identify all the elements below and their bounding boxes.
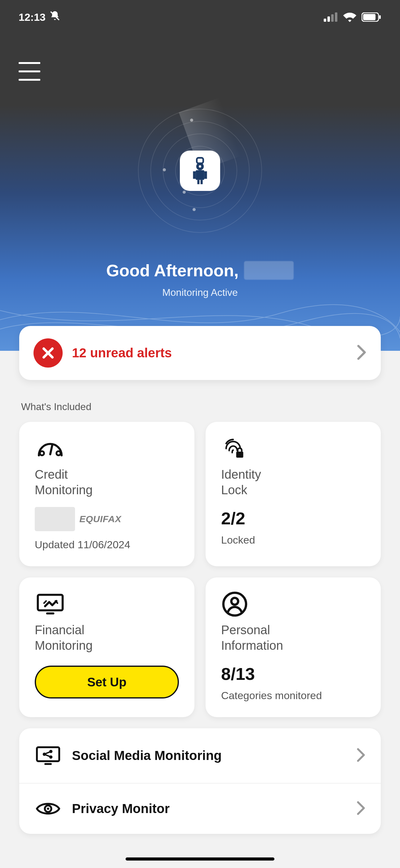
tile-title-line: Monitoring bbox=[35, 483, 93, 497]
share-screen-icon bbox=[35, 745, 61, 766]
whats-included-title: What's Included bbox=[21, 401, 381, 412]
wifi-icon bbox=[343, 12, 357, 22]
equifax-logo: EQUIFAX bbox=[79, 514, 121, 524]
home-indicator[interactable] bbox=[126, 858, 274, 861]
hero-header: Good Afternoon, Monitoring Active bbox=[0, 0, 400, 351]
svg-rect-8 bbox=[197, 158, 203, 163]
app-logo-badge bbox=[180, 151, 220, 191]
card-monitor-icon bbox=[35, 592, 179, 617]
tile-title-line: Information bbox=[221, 639, 283, 652]
svg-point-10 bbox=[199, 165, 201, 168]
status-bar: 12:13 bbox=[0, 0, 400, 34]
status-time: 12:13 bbox=[19, 11, 45, 23]
identity-lock-sub: Locked bbox=[221, 534, 365, 546]
cellular-icon bbox=[324, 12, 338, 22]
svg-rect-7 bbox=[379, 15, 381, 19]
credit-updated: Updated 11/06/2024 bbox=[35, 538, 179, 551]
person-circle-icon bbox=[221, 592, 365, 617]
privacy-monitor-row[interactable]: Privacy Monitor bbox=[19, 783, 381, 834]
identity-lock-tile[interactable]: Identity Lock 2/2 Locked bbox=[206, 422, 381, 566]
svg-rect-20 bbox=[46, 613, 55, 615]
svg-rect-4 bbox=[335, 12, 337, 22]
alerts-text: 12 unread alerts bbox=[72, 345, 347, 361]
tile-title-line: Identity bbox=[221, 468, 261, 481]
eye-lock-icon bbox=[35, 800, 61, 817]
tile-title-line: Lock bbox=[221, 483, 247, 497]
alert-x-icon bbox=[33, 338, 63, 368]
fingerprint-lock-icon bbox=[221, 436, 365, 461]
svg-rect-6 bbox=[363, 14, 375, 20]
battery-icon bbox=[362, 12, 381, 22]
gauge-icon bbox=[35, 436, 179, 461]
svg-rect-12 bbox=[197, 180, 199, 184]
alerts-card[interactable]: 12 unread alerts bbox=[19, 326, 381, 380]
credit-monitoring-tile[interactable]: Credit Monitoring EQUIFAX Updated 11/06/… bbox=[19, 422, 194, 566]
chevron-right-icon bbox=[357, 748, 365, 763]
personal-info-sub: Categories monitored bbox=[221, 689, 365, 702]
svg-rect-3 bbox=[331, 14, 334, 22]
svg-point-16 bbox=[40, 451, 44, 455]
svg-rect-1 bbox=[324, 19, 326, 22]
bell-off-icon bbox=[49, 10, 61, 24]
svg-rect-13 bbox=[201, 180, 203, 184]
setup-button[interactable]: Set Up bbox=[35, 665, 179, 699]
tile-title-line: Monitoring bbox=[35, 639, 93, 652]
chevron-right-icon bbox=[357, 345, 367, 361]
svg-rect-14 bbox=[193, 172, 196, 179]
svg-rect-23 bbox=[37, 747, 59, 761]
svg-point-29 bbox=[47, 807, 49, 810]
tile-title-line: Credit bbox=[35, 468, 68, 481]
social-label: Social Media Monitoring bbox=[72, 748, 346, 763]
personal-information-tile[interactable]: Personal Information 8/13 Categories mon… bbox=[206, 578, 381, 717]
svg-point-17 bbox=[57, 451, 61, 455]
svg-point-22 bbox=[231, 598, 238, 605]
personal-info-value: 8/13 bbox=[221, 664, 365, 684]
financial-monitoring-tile[interactable]: Financial Monitoring Set Up bbox=[19, 578, 194, 717]
identity-lock-value: 2/2 bbox=[221, 508, 365, 528]
chevron-right-icon bbox=[357, 801, 365, 816]
privacy-label: Privacy Monitor bbox=[72, 801, 346, 816]
bureau-logo-redacted bbox=[35, 507, 75, 531]
svg-rect-24 bbox=[44, 763, 52, 765]
svg-rect-15 bbox=[204, 172, 207, 179]
menu-button[interactable] bbox=[19, 62, 40, 81]
tile-title-line: Personal bbox=[221, 623, 270, 637]
svg-rect-18 bbox=[236, 452, 243, 458]
svg-rect-2 bbox=[328, 17, 330, 22]
tile-title-line: Financial bbox=[35, 623, 84, 637]
social-media-monitoring-row[interactable]: Social Media Monitoring bbox=[19, 728, 381, 783]
svg-rect-11 bbox=[196, 170, 204, 180]
person-lock-icon bbox=[189, 157, 211, 185]
